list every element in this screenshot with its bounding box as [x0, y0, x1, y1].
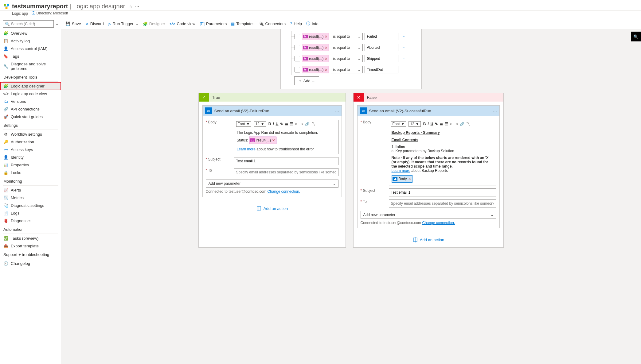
operator-select[interactable]: is equal to⌄: [331, 55, 363, 62]
token-remove-icon[interactable]: ✕: [325, 35, 327, 39]
token-remove-icon[interactable]: ✕: [408, 177, 411, 181]
search-box[interactable]: 🔍: [3, 20, 54, 28]
outdent-icon[interactable]: ⇤: [450, 122, 453, 126]
bullets-icon[interactable]: ≣: [285, 122, 288, 126]
learn-more-link[interactable]: Learn more: [392, 168, 410, 173]
designer-canvas[interactable]: 🔍 fxresult(...)✕ is equal to⌄ ⋯: [61, 29, 641, 364]
row-menu-icon[interactable]: ⋯: [400, 45, 407, 50]
nav-export-template[interactable]: 📤Export template: [0, 242, 61, 250]
body-editor[interactable]: Font ▼ 12 ▼ B I U ✎: [389, 120, 496, 185]
code-view-button[interactable]: </>Code view: [170, 21, 196, 26]
nav-access-control[interactable]: 👤Access control (IAM): [0, 45, 61, 52]
bullets-icon[interactable]: ≣: [440, 122, 443, 126]
expression-token[interactable]: fxresult(...)✕: [302, 55, 329, 62]
nav-code-view[interactable]: </>Logic app code view: [0, 90, 61, 98]
checkbox[interactable]: [295, 45, 300, 50]
rte-content[interactable]: The Logic App Run did not execute to com…: [234, 128, 338, 154]
italic-icon[interactable]: I: [428, 122, 428, 126]
nav-logic-app-designer[interactable]: 🧩Logic app designer: [0, 82, 61, 90]
action-header[interactable]: ✉Send an email (V2)-SuccessfulRun ⋯: [358, 106, 499, 116]
nav-versions[interactable]: 🗂Versions: [0, 98, 61, 105]
run-trigger-button[interactable]: ▷Run Trigger⌄: [108, 21, 139, 26]
token-remove-icon[interactable]: ✕: [272, 138, 275, 142]
operator-select[interactable]: is equal to⌄: [331, 66, 363, 73]
change-connection-link[interactable]: Change connection.: [267, 189, 300, 194]
link-icon[interactable]: 🔗: [460, 122, 464, 126]
expression-token[interactable]: fxresult(...)✕: [249, 137, 276, 144]
row-menu-icon[interactable]: ⋯: [400, 34, 407, 39]
expression-token[interactable]: fxresult(...)✕: [302, 33, 329, 40]
value-input[interactable]: [365, 44, 398, 51]
bold-icon[interactable]: B: [423, 122, 426, 126]
checkbox[interactable]: [295, 56, 300, 61]
add-condition-button[interactable]: ＋Add⌄: [294, 76, 319, 85]
nav-metrics[interactable]: 📉Metrics: [0, 194, 61, 202]
save-button[interactable]: 💾Save: [65, 21, 81, 26]
outdent-icon[interactable]: ⇤: [295, 122, 298, 126]
checkbox[interactable]: [295, 34, 300, 39]
indent-icon[interactable]: ⇥: [455, 122, 458, 126]
numbered-icon[interactable]: ☰: [445, 122, 448, 126]
rte-content[interactable]: Backup Reports - Summary Email Contents …: [389, 128, 496, 185]
nav-diagnostics[interactable]: 🫀Diagnostics: [0, 217, 61, 225]
nav-properties[interactable]: 📊Properties: [0, 161, 61, 169]
subject-input[interactable]: [389, 188, 496, 196]
action-menu-icon[interactable]: ⋯: [493, 109, 497, 113]
font-select[interactable]: Font ▼: [391, 121, 406, 127]
highlight-icon[interactable]: ✎: [280, 122, 283, 126]
nav-identity[interactable]: 👤Identity: [0, 153, 61, 161]
parameters-button[interactable]: [P]Parameters: [200, 21, 227, 26]
bold-icon[interactable]: B: [268, 122, 271, 126]
checkbox[interactable]: [295, 67, 300, 72]
add-action-button[interactable]: Add an action: [354, 232, 503, 247]
value-input[interactable]: [365, 55, 398, 62]
body-token[interactable]: ◆Body✕: [392, 175, 412, 183]
value-input[interactable]: [365, 66, 398, 73]
underline-icon[interactable]: U: [276, 122, 279, 126]
more-icon[interactable]: ⋯: [135, 4, 139, 9]
code-icon[interactable]: 〽: [311, 122, 315, 126]
nav-access-keys[interactable]: 🗝Access keys: [0, 146, 61, 153]
zoom-button[interactable]: 🔍: [631, 32, 641, 41]
code-icon[interactable]: 〽: [466, 122, 470, 126]
operator-select[interactable]: is equal to⌄: [331, 33, 363, 40]
indent-icon[interactable]: ⇥: [300, 122, 303, 126]
link-icon[interactable]: 🔗: [305, 122, 310, 126]
token-remove-icon[interactable]: ✕: [325, 46, 327, 50]
font-size-select[interactable]: 12 ▼: [254, 121, 266, 127]
favorite-icon[interactable]: ☆: [129, 4, 133, 9]
row-menu-icon[interactable]: ⋯: [400, 56, 407, 61]
help-button[interactable]: ?Help: [290, 21, 302, 26]
action-header[interactable]: ✉Send an email (V2)-FailureRun ⋯: [203, 106, 342, 116]
subject-input[interactable]: [234, 157, 338, 165]
underline-icon[interactable]: U: [431, 122, 433, 126]
nav-tags[interactable]: 🔖Tags: [0, 52, 61, 60]
connectors-button[interactable]: 🔌Connectors: [259, 21, 286, 26]
row-menu-icon[interactable]: ⋯: [400, 68, 407, 72]
nav-authorization[interactable]: 🔑Authorization: [0, 138, 61, 146]
nav-quickstart[interactable]: 🚀Quick start guides: [0, 113, 61, 121]
to-input[interactable]: [389, 199, 496, 207]
nav-logs[interactable]: 📄Logs: [0, 209, 61, 217]
nav-activity-log[interactable]: 📋Activity log: [0, 37, 61, 45]
font-select[interactable]: Font ▼: [236, 121, 252, 127]
nav-overview[interactable]: 🧩Overview: [0, 29, 61, 37]
nav-diagnose[interactable]: 🔧Diagnose and solve problems: [0, 60, 61, 72]
token-remove-icon[interactable]: ✕: [325, 68, 327, 72]
change-connection-link[interactable]: Change connection.: [422, 221, 455, 225]
action-menu-icon[interactable]: ⋯: [335, 109, 339, 113]
body-editor[interactable]: Font ▼ 12 ▼ B I U ✎: [234, 120, 338, 154]
font-size-select[interactable]: 12 ▼: [408, 121, 420, 127]
token-remove-icon[interactable]: ✕: [325, 57, 327, 61]
learn-more-link[interactable]: Learn more: [237, 147, 256, 151]
discard-button[interactable]: ✕Discard: [85, 21, 104, 26]
add-parameter-select[interactable]: Add new parameter⌄: [361, 211, 496, 219]
nav-diagnostic-settings[interactable]: 🩺Diagnostic settings: [0, 202, 61, 209]
nav-changelog[interactable]: 🕘Changelog: [0, 260, 61, 267]
italic-icon[interactable]: I: [273, 122, 274, 126]
nav-tasks[interactable]: ✅Tasks (preview): [0, 234, 61, 242]
expression-token[interactable]: fxresult(...)✕: [302, 44, 329, 51]
templates-button[interactable]: ▦Templates: [231, 21, 254, 26]
collapse-sidebar-icon[interactable]: «: [56, 22, 58, 26]
info-button[interactable]: ⓘInfo: [306, 21, 319, 26]
